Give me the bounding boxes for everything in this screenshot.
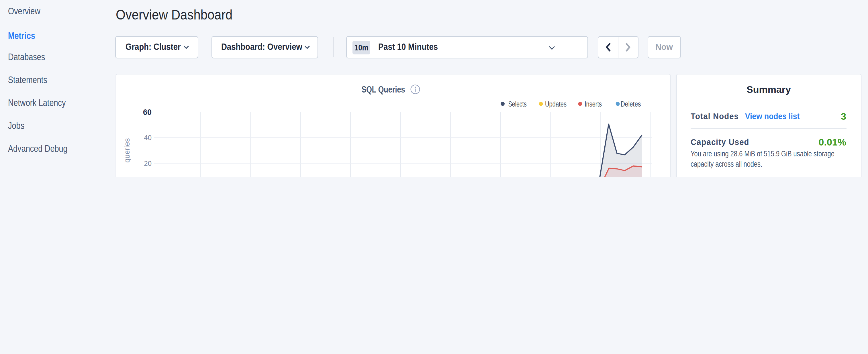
svg-text:Updates: Updates	[545, 99, 566, 108]
svg-text:40: 40	[144, 134, 152, 141]
svg-text:queries: queries	[123, 138, 131, 162]
svg-text:60: 60	[143, 108, 152, 117]
svg-text:SQL Queries: SQL Queries	[362, 84, 405, 95]
svg-text:20: 20	[144, 159, 152, 167]
svg-text:Selects: Selects	[508, 99, 527, 108]
svg-text:Inserts: Inserts	[585, 99, 602, 108]
svg-text:Deletes: Deletes	[621, 99, 641, 108]
